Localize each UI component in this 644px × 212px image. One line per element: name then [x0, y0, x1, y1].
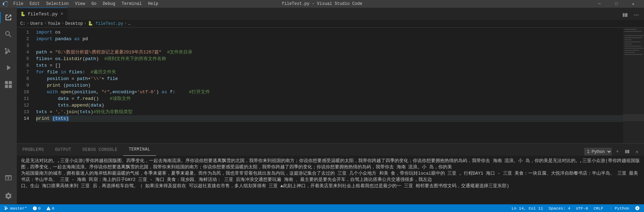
- terminal-split-button[interactable]: [623, 147, 631, 156]
- menu-bar: File Edit Selection View Go Debug Termin…: [10, 0, 161, 8]
- split-editor-button[interactable]: [620, 10, 630, 20]
- bottom-panel: PROBLEMS OUTPUT DEBUG CONSOLE TERMINAL 1…: [17, 143, 644, 204]
- status-cursor-position[interactable]: Ln 14, Col 11: [510, 204, 545, 212]
- code-line-7: for file in files: #遍历文件夹: [36, 69, 623, 75]
- code-line-10: with open(position, "r",encoding='utf-8'…: [36, 89, 623, 95]
- svg-rect-2: [5, 85, 8, 88]
- status-bar: master* 0 0 Ln 14, Col 11 Spaces: 4 UTF-…: [0, 204, 644, 212]
- svg-rect-12: [624, 42, 640, 42]
- terminal-language-selector[interactable]: 1: Python: [584, 148, 612, 155]
- terminal-output-line2: 为祖国最南方的城市，拥有最迷人的海岸线和最温暖的气候，冬季来避寒，夏季来避暑。而…: [21, 170, 640, 183]
- breadcrumb-sep3: ›: [62, 22, 64, 25]
- tab-right-actions: [620, 10, 644, 20]
- breadcrumb-ellipsis[interactable]: …: [128, 21, 130, 26]
- svg-point-6: [637, 15, 638, 16]
- menu-view[interactable]: View: [72, 0, 88, 8]
- breadcrumb-desktop[interactable]: Desktop: [65, 21, 83, 26]
- status-bar-right: Ln 14, Col 11 Spaces: 4 UTF-8 CRLF Pytho…: [510, 204, 641, 212]
- breadcrumb-file[interactable]: 🐍 fileTest.py: [88, 21, 123, 26]
- main-container: 🐍 fileTest.py × C: › Users › Youle › De: [0, 8, 644, 204]
- activity-source-control-icon[interactable]: [0, 43, 17, 59]
- code-line-11: data = f.read() #读取文件: [36, 95, 623, 102]
- activity-search-icon[interactable]: [0, 26, 17, 43]
- svg-rect-7: [624, 29, 637, 30]
- file-tab-filetest[interactable]: 🐍 fileTest.py ×: [17, 8, 68, 20]
- code-line-1: import os: [36, 29, 623, 36]
- terminal-add-button[interactable]: +: [613, 147, 622, 156]
- activity-settings-icon[interactable]: [0, 188, 17, 204]
- python-file-icon: 🐍: [20, 12, 26, 17]
- activity-remote-icon[interactable]: [0, 169, 17, 186]
- editor-area: 🐍 fileTest.py × C: › Users › Youle › De: [17, 8, 644, 204]
- tab-bar: 🐍 fileTest.py ×: [17, 8, 644, 20]
- svg-rect-9: [624, 35, 644, 36]
- titlebar: File Edit Selection View Go Debug Termin…: [0, 0, 644, 8]
- panel-tab-terminal[interactable]: TERMINAL: [123, 144, 156, 156]
- svg-rect-0: [5, 81, 8, 84]
- code-content: import os import pandas as pd path = "G:…: [33, 28, 623, 143]
- status-errors[interactable]: 0: [31, 204, 42, 212]
- panel-tab-output[interactable]: OUTPUT: [50, 144, 77, 156]
- code-line-2: import pandas as pd: [36, 36, 623, 42]
- tab-close-button[interactable]: ×: [60, 10, 64, 17]
- panel-close-button[interactable]: ✕: [633, 147, 641, 156]
- window-controls: ─ □ ✕: [592, 0, 641, 8]
- panel-right-actions: 1: Python + ✕: [584, 147, 644, 156]
- status-warnings[interactable]: 0: [45, 204, 56, 212]
- tab-filename: fileTest.py: [28, 12, 58, 17]
- breadcrumb-sep5: ›: [125, 22, 127, 25]
- status-line-ending[interactable]: CRLF: [592, 204, 605, 212]
- svg-rect-3: [9, 85, 12, 88]
- svg-rect-10: [624, 37, 643, 38]
- code-line-12: txts.append(data): [36, 102, 623, 109]
- menu-terminal[interactable]: Terminal: [119, 0, 145, 8]
- status-encoding[interactable]: UTF-8: [574, 204, 589, 212]
- code-line-6: txts = []: [36, 62, 623, 69]
- breadcrumb-sep4: ›: [84, 22, 86, 25]
- maximize-button[interactable]: □: [608, 0, 624, 8]
- activity-bar: [0, 8, 17, 204]
- breadcrumb: C: › Users › Youle › Desktop › 🐍 fileTes…: [17, 20, 644, 28]
- menu-selection[interactable]: Selection: [43, 0, 72, 8]
- status-spaces[interactable]: Spaces: 4: [547, 204, 572, 212]
- svg-rect-16: [624, 50, 639, 51]
- minimize-button[interactable]: ─: [592, 0, 608, 8]
- panel-tab-debug-console[interactable]: DEBUG CONSOLE: [77, 144, 123, 156]
- status-feedback[interactable]: [634, 204, 641, 212]
- terminal-content[interactable]: 化是无法对比的。,三亚小众游|带你跨越祖国版图、四季变化，一起去海南流浪。序你说…: [17, 156, 644, 204]
- svg-point-5: [636, 15, 637, 16]
- activity-explorer-icon[interactable]: [0, 9, 17, 26]
- svg-rect-14: [624, 46, 641, 46]
- activity-run-debug-icon[interactable]: [0, 59, 17, 76]
- menu-go[interactable]: Go: [89, 0, 99, 8]
- more-actions-button[interactable]: [631, 10, 641, 20]
- code-editor[interactable]: 12345 678910 11121314 import os import p…: [17, 28, 644, 143]
- activity-extensions-icon[interactable]: [0, 76, 17, 93]
- breadcrumb-sep2: ›: [44, 22, 46, 25]
- breadcrumb-youle[interactable]: Youle: [48, 21, 60, 26]
- code-line-4: path = "G:\数据分析篇\携程游记之避暑2019年共1267篇" #文件…: [36, 49, 623, 56]
- menu-file[interactable]: File: [10, 0, 26, 8]
- menu-edit[interactable]: Edit: [27, 0, 43, 8]
- code-line-13: txts = ','.join(txts)#转化为非数组类型: [36, 109, 623, 115]
- status-branch[interactable]: master*: [3, 204, 28, 212]
- line-numbers: 12345 678910 11121314: [17, 28, 33, 143]
- status-language[interactable]: Python: [608, 204, 631, 212]
- menu-debug[interactable]: Debug: [100, 0, 118, 8]
- svg-rect-18: [624, 54, 643, 55]
- svg-rect-1: [9, 81, 12, 84]
- breadcrumb-users[interactable]: Users: [30, 21, 43, 26]
- minimap: [623, 28, 644, 143]
- breadcrumb-c[interactable]: C:: [20, 21, 25, 26]
- panel-tab-problems[interactable]: PROBLEMS: [17, 144, 50, 156]
- close-button[interactable]: ✕: [625, 0, 641, 8]
- svg-rect-19: [623, 114, 644, 121]
- svg-rect-15: [624, 48, 644, 49]
- status-bar-left: master* 0 0: [3, 204, 56, 212]
- menu-help[interactable]: Help: [145, 0, 161, 8]
- svg-rect-17: [624, 52, 635, 53]
- code-line-14: print (txts): [36, 115, 623, 122]
- breadcrumb-sep1: ›: [27, 22, 29, 25]
- terminal-output-line3: 口。生山 海口搭乘高铁来到 三亚 后，再选择租车自驾。（ 如果没来得及提前在 可…: [21, 183, 640, 189]
- code-line-8: position = path+'\\'+ file: [36, 75, 623, 82]
